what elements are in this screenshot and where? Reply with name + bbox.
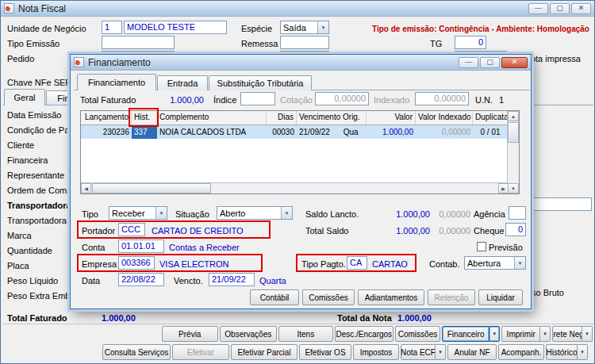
acompanh-button[interactable]: Acompanh.	[498, 344, 544, 360]
empresa-code-input[interactable]: 003366	[118, 256, 155, 270]
frete-neg-dropdown-arrow[interactable]: ▼	[582, 326, 593, 342]
tab-entrada[interactable]: Entrada	[157, 75, 208, 90]
scroll-down-icon[interactable]: ▼	[508, 183, 519, 193]
previsao-label: Previsão	[489, 241, 523, 254]
impostos-button[interactable]: Impostos	[353, 344, 399, 360]
dialog-minimize-button[interactable]: —	[459, 57, 478, 68]
pedido-label: Pedido	[7, 52, 34, 65]
scroll-up-icon[interactable]: ▲	[508, 111, 519, 121]
window-titlebar[interactable]: Nota Fiscal — ▢ ✕	[1, 1, 594, 17]
portador-desc: CARTAO DE CREDITO	[152, 224, 244, 237]
column-header-complemento[interactable]: Complemento	[157, 111, 267, 125]
agencia-input[interactable]	[509, 206, 526, 220]
financeiro-button[interactable]: Financeiro	[442, 326, 489, 342]
imprimir-button[interactable]: Imprimir	[501, 326, 540, 342]
conta-code-input[interactable]: 01.01.01	[118, 239, 164, 253]
vertical-scroll-thumb[interactable]	[508, 122, 519, 143]
desc-encargos-button[interactable]: Desc./Encargos	[335, 326, 393, 342]
chevron-down-icon[interactable]: ▼	[155, 207, 167, 219]
portador-code-input[interactable]: CCC	[118, 223, 145, 236]
situacao-select[interactable]: Aberto ▼	[217, 206, 293, 220]
dlg-comissoes-button[interactable]: Comissões	[302, 289, 355, 305]
adiantamentos-button[interactable]: Adiantamentos	[358, 289, 424, 305]
indexado-input[interactable]: 0,00000	[415, 92, 469, 105]
anular-nf-button[interactable]: Anular NF	[447, 344, 497, 360]
nota-ecf-dropdown-arrow[interactable]: ▼	[436, 344, 446, 360]
dialog-title: Financiamento	[88, 57, 151, 68]
total-saldo-indexado: 0,00000	[434, 224, 470, 237]
indice-input[interactable]	[240, 92, 275, 105]
contabil-button[interactable]: Contábil	[250, 289, 299, 305]
column-header-hist[interactable]: Hist.	[132, 111, 157, 125]
chevron-down-icon[interactable]: ▼	[514, 257, 525, 269]
itens-button[interactable]: Itens	[278, 326, 333, 342]
portador-label: Portador	[82, 224, 115, 237]
contab-select[interactable]: Abertura ▼	[464, 256, 526, 270]
consulta-servicos-button[interactable]: Consulta Serviços	[102, 344, 171, 360]
cell-dias: 00030	[267, 125, 297, 139]
cell-valor-indexado: 0,00000	[416, 125, 473, 139]
column-header-dias[interactable]: Dias	[267, 111, 297, 125]
column-header-vencimento-orig[interactable]: Vencimento Orig.	[297, 111, 367, 125]
un-value: 1	[499, 94, 504, 106]
vencto-input[interactable]: 21/09/22	[209, 273, 255, 286]
column-header-valor-indexado[interactable]: Valor Indexado	[416, 111, 473, 125]
column-header-lancamento[interactable]: Lançamento	[81, 111, 132, 125]
nota-ecf-button[interactable]: Nota ECF	[401, 344, 436, 360]
comissoes-button[interactable]: Comissões	[395, 326, 440, 342]
historico-dropdown-arrow[interactable]: ▼	[578, 344, 588, 360]
button-row-2: Consulta Serviços Efetivar Efetivar Parc…	[102, 344, 593, 360]
chevron-down-icon: ▼	[580, 350, 585, 354]
tg-input[interactable]: 0	[455, 36, 486, 49]
tab-geral[interactable]: Geral	[4, 89, 45, 105]
window-icon	[4, 3, 14, 13]
frete-neg-button[interactable]: Frete Neg.	[552, 326, 582, 342]
data-input[interactable]: 22/08/22	[118, 273, 164, 286]
liquidar-button[interactable]: Liquidar	[478, 289, 523, 305]
tab-substituicao-tributaria[interactable]: Substituição Tributária	[209, 75, 312, 90]
scroll-left-icon[interactable]: ◀	[81, 183, 91, 193]
horizontal-scrollbar[interactable]: ◀ ▶	[81, 182, 509, 193]
unidade-negocio-name-input[interactable]: MODELO TESTE	[124, 21, 227, 34]
horizontal-scroll-thumb[interactable]	[92, 183, 211, 193]
agencia-label: Agência	[474, 208, 505, 220]
tipo-pagto-desc: CARTAO	[372, 258, 408, 270]
previsao-checkbox[interactable]	[477, 242, 486, 251]
chevron-down-icon[interactable]: ▼	[317, 21, 328, 33]
efetivar-button: Efetivar	[172, 344, 229, 360]
financeiro-dropdown-arrow[interactable]: ▼	[489, 326, 500, 342]
efetivar-os-button[interactable]: Efetivar OS	[299, 344, 351, 360]
table-row[interactable]: 230236 337 NOIA CALCADOS LTDA 00030 21/0…	[81, 125, 508, 139]
tipo-emissao-input[interactable]	[102, 36, 175, 49]
maximize-button[interactable]: ▢	[550, 3, 570, 14]
cell-lancamento: 230236	[81, 125, 132, 139]
previa-button[interactable]: Prévia	[162, 326, 218, 342]
cotacao-input[interactable]: 0,00000	[315, 92, 369, 105]
historico-button[interactable]: Histórico	[546, 344, 578, 360]
minimize-button[interactable]: —	[528, 3, 548, 14]
scroll-right-icon[interactable]: ▶	[498, 183, 509, 193]
column-header-duplicata[interactable]: Duplicata	[473, 111, 508, 125]
unidade-negocio-code-input[interactable]: 1	[102, 21, 122, 34]
total-da-nota-value: 1.000,00	[397, 312, 432, 324]
tipo-pagto-code-input[interactable]: CA	[347, 256, 367, 270]
background-field-input[interactable]	[533, 197, 592, 211]
dialog-titlebar[interactable]: Financiamento — ▢ ✕	[71, 55, 531, 71]
vertical-scrollbar[interactable]: ▲ ▼	[507, 111, 519, 193]
imprimir-dropdown-arrow[interactable]: ▼	[540, 326, 551, 342]
dialog-close-button[interactable]: ✕	[501, 57, 528, 68]
chevron-down-icon[interactable]: ▼	[281, 207, 292, 219]
cheque-input[interactable]: 0	[505, 223, 526, 236]
observacoes-button[interactable]: Observações	[220, 326, 278, 342]
tipo-select[interactable]: Receber ▼	[109, 206, 167, 220]
tipo-pagto-label: Tipo Pagto.	[301, 258, 346, 270]
efetivar-parcial-button[interactable]: Efetivar Parcial	[231, 344, 298, 360]
close-button[interactable]: ✕	[571, 3, 591, 14]
dialog-maximize-button[interactable]: ▢	[480, 57, 500, 68]
tab-financiamento[interactable]: Financiamento	[77, 74, 156, 90]
column-header-valor[interactable]: Valor	[367, 111, 416, 125]
total-faturado-value: 1.000,00	[102, 312, 136, 324]
especie-select[interactable]: Saída ▼	[280, 21, 329, 34]
remessa-input[interactable]	[280, 36, 329, 49]
remessa-label: Remessa	[241, 37, 278, 50]
